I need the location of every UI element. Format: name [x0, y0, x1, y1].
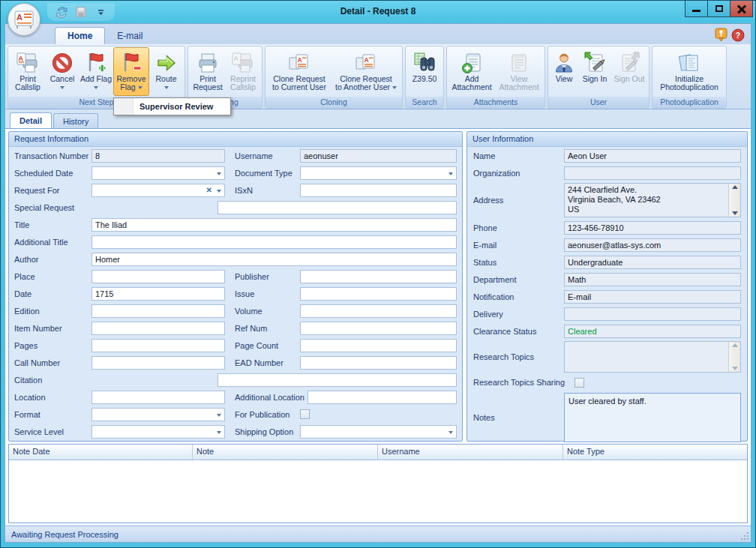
- call-number-field[interactable]: [92, 356, 225, 370]
- phone-field[interactable]: 123-456-78910: [564, 221, 741, 235]
- isxn-label: ISxN: [225, 186, 300, 195]
- transaction-number-field[interactable]: 8: [92, 149, 225, 163]
- additional-title-field[interactable]: [92, 235, 457, 249]
- publisher-field[interactable]: [300, 270, 457, 283]
- app-menu-button[interactable]: A: [8, 3, 40, 36]
- column-header-note[interactable]: Note: [193, 445, 378, 460]
- location-field[interactable]: [92, 391, 225, 404]
- column-header-username[interactable]: Username: [378, 445, 563, 460]
- column-header-note-type[interactable]: Note Type: [563, 445, 747, 460]
- scheduled-date-dropdown[interactable]: [92, 166, 225, 180]
- status-field[interactable]: Undergraduate: [564, 256, 741, 269]
- department-field[interactable]: Math: [564, 273, 741, 286]
- view-attachment-button[interactable]: View Attachment: [495, 47, 543, 97]
- service-level-dropdown[interactable]: [92, 425, 225, 439]
- z3950-binoculars-icon: [412, 51, 436, 75]
- help-button[interactable]: ?: [731, 28, 745, 45]
- scroll-up-icon[interactable]: [732, 185, 738, 189]
- sign-out-button[interactable]: Sign Out: [611, 47, 647, 97]
- add-flag-button[interactable]: Add Flag: [79, 47, 113, 97]
- organization-field[interactable]: [564, 166, 741, 180]
- status-label: Status: [473, 258, 564, 267]
- ref-num-field[interactable]: [300, 322, 457, 335]
- additional-location-field[interactable]: [308, 391, 457, 404]
- item-number-field[interactable]: [92, 322, 225, 335]
- scroll-up-icon[interactable]: [732, 343, 738, 347]
- cancel-button[interactable]: Cancel: [46, 47, 79, 97]
- date-field[interactable]: 1715: [92, 287, 225, 301]
- name-field[interactable]: Aeon User: [564, 149, 741, 163]
- column-header-note-date[interactable]: Note Date: [9, 445, 193, 460]
- page-count-field[interactable]: [300, 339, 457, 352]
- form-row: Name Aeon User: [467, 147, 747, 164]
- clear-icon[interactable]: ✕: [206, 184, 212, 196]
- remove-flag-button[interactable]: Remove Flag: [113, 47, 149, 97]
- research-topics-sharing-checkbox[interactable]: [574, 378, 584, 388]
- cancel-icon: [50, 51, 74, 75]
- request-for-combo[interactable]: ✕: [92, 184, 225, 197]
- delivery-field[interactable]: [564, 307, 741, 321]
- route-button[interactable]: Route: [149, 47, 183, 97]
- tab-home[interactable]: Home: [55, 27, 105, 44]
- resize-grip[interactable]: [740, 532, 749, 541]
- print-callslip-button[interactable]: A Print Callslip: [10, 47, 46, 97]
- name-label: Name: [473, 151, 564, 160]
- ead-number-label: EAD Number: [225, 358, 300, 367]
- username-label: Username: [225, 151, 300, 160]
- volume-field[interactable]: [300, 304, 457, 318]
- scrollbar[interactable]: [728, 184, 740, 217]
- email-field[interactable]: aeonuser@atlas-sys.com: [564, 238, 741, 252]
- scroll-down-icon[interactable]: [732, 367, 738, 370]
- close-button[interactable]: [730, 1, 753, 17]
- issue-field[interactable]: [300, 287, 457, 301]
- notes-grid-body[interactable]: [9, 460, 747, 523]
- user-notes-field[interactable]: User cleared by staff.: [564, 393, 741, 442]
- research-topics-field[interactable]: [564, 341, 741, 373]
- minimize-button[interactable]: [685, 1, 708, 17]
- user-icon: [552, 51, 576, 75]
- maximize-icon: [716, 5, 723, 12]
- title-field[interactable]: The Iliad: [92, 218, 457, 232]
- scrollbar[interactable]: [728, 342, 740, 372]
- special-request-field[interactable]: [218, 201, 457, 214]
- z3950-button[interactable]: Z39.50: [407, 47, 442, 97]
- address-field[interactable]: 244 Clearfield Ave. Virginia Beach, VA 2…: [564, 183, 741, 217]
- edition-field[interactable]: [92, 304, 225, 318]
- isxn-field[interactable]: [300, 184, 457, 197]
- view-user-button[interactable]: View: [550, 47, 578, 97]
- place-field[interactable]: [92, 270, 225, 283]
- scroll-down-icon[interactable]: [732, 211, 738, 215]
- reprint-callslip-button[interactable]: A Reprint Callslip: [226, 47, 260, 97]
- sign-in-button[interactable]: Sign In: [578, 47, 611, 97]
- tab-email[interactable]: E-mail: [105, 28, 154, 44]
- group-label-user: User: [548, 97, 649, 108]
- ribbon-group-attachments: Add Attachment View Attachment Attachmen…: [446, 46, 545, 109]
- citation-field[interactable]: [218, 373, 457, 387]
- tab-history[interactable]: History: [53, 113, 98, 128]
- form-row: Address 244 Clearfield Ave. Virginia Bea…: [467, 181, 747, 219]
- form-row: Author Homer: [9, 250, 462, 268]
- shipping-option-label: Shipping Option: [225, 427, 300, 436]
- aeon-logo-icon: A: [13, 8, 35, 31]
- clone-request-another-user-button[interactable]: A Clone Request to Another User: [332, 47, 400, 97]
- shipping-option-dropdown[interactable]: [300, 425, 457, 439]
- clone-request-current-user-button[interactable]: A Clone Request to Current User: [267, 47, 332, 97]
- email-label: E-mail: [473, 241, 564, 250]
- ead-number-field[interactable]: [300, 356, 457, 370]
- format-dropdown[interactable]: [92, 408, 225, 421]
- print-request-button[interactable]: Print Request: [190, 47, 226, 97]
- initialize-photoduplication-button[interactable]: Initialize Photoduplication: [654, 47, 724, 97]
- author-field[interactable]: Homer: [92, 253, 457, 266]
- pin-button[interactable]: [715, 28, 728, 45]
- for-publication-checkbox[interactable]: [300, 409, 310, 419]
- username-field[interactable]: aeonuser: [300, 149, 457, 163]
- notification-field[interactable]: E-mail: [564, 290, 741, 304]
- pages-field[interactable]: [92, 339, 225, 352]
- clearance-status-field[interactable]: Cleared: [564, 325, 741, 338]
- add-attachment-button[interactable]: Add Attachment: [448, 47, 495, 97]
- form-row: Date 1715 Issue: [9, 285, 462, 302]
- menu-item-supervisor-review[interactable]: Supervisor Review: [114, 98, 230, 115]
- tab-detail[interactable]: Detail: [10, 112, 52, 128]
- document-type-dropdown[interactable]: [300, 166, 457, 180]
- maximize-button[interactable]: [707, 1, 730, 17]
